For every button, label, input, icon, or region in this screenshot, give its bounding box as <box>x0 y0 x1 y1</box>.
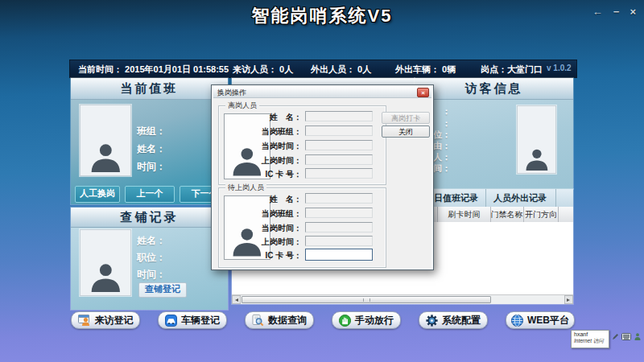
person-silhouette-icon <box>523 148 551 171</box>
patrol-record-title: 查铺记录 <box>71 208 228 228</box>
patrol-register-button[interactable]: 查铺登记 <box>138 282 187 298</box>
dialog-titlebar[interactable]: 换岗操作 <box>213 87 431 98</box>
visitor-info-panel: 访客信息 ： ： 单位： 事由： 人： 时间： <box>415 78 573 189</box>
pen-icon[interactable] <box>612 333 618 340</box>
person-silhouette-icon <box>88 142 124 172</box>
toolbar-button-label: 来访登记 <box>95 314 134 327</box>
language-bar <box>612 333 644 340</box>
system-config-button[interactable]: 系统配置 <box>419 311 488 329</box>
column-header-direction: 开门方向 <box>524 207 559 222</box>
duty-field-label: 时间： <box>137 160 166 174</box>
manual-shift-button[interactable]: 人工换岗 <box>75 186 120 203</box>
ic-card-field[interactable] <box>305 168 373 179</box>
current-time: 当前时间： 2015年01月01日 01:58:55 <box>78 64 229 76</box>
web-platform-button[interactable]: WEB平台 <box>506 311 575 329</box>
window-controls: ← − × <box>592 6 636 18</box>
dialog-title: 换岗操作 <box>217 88 246 97</box>
patrol-photo-placeholder <box>80 229 131 296</box>
post-name: 岗点：大堂门口 <box>481 64 543 76</box>
close-icon[interactable]: × <box>630 6 636 18</box>
field-label-shift-team: 当岗班组： <box>219 208 302 220</box>
out-vehicle-count: 外出车辆： 0辆 <box>395 64 456 76</box>
field-label-start-time: 上岗时间： <box>219 155 302 167</box>
network-tooltip: hxanf Internet 访问 <box>571 330 609 348</box>
field-label-name: 姓 名： <box>219 194 302 205</box>
column-header-door-name: 门禁名称 <box>490 207 524 222</box>
visitor-field-label: ： <box>442 117 451 130</box>
field-label-name: 姓 名： <box>219 112 302 123</box>
visitor-register-button[interactable]: 来访登记 <box>71 311 140 329</box>
keyboard-icon[interactable] <box>621 333 631 340</box>
patrol-field-label: 职位： <box>137 251 166 265</box>
scroll-left-arrow[interactable] <box>232 295 241 304</box>
page-title: 智能岗哨系统V5 <box>0 4 644 28</box>
patrol-record-panel: 查铺记录 姓名： 职位： 时间： 查铺登记 <box>71 208 228 310</box>
toolbar-button-label: 数据查询 <box>268 314 307 327</box>
field-label-duty-time: 当岗时间： <box>219 223 302 234</box>
current-duty-title: 当前值班 <box>71 78 228 100</box>
visitor-register-icon <box>78 315 91 326</box>
leaving-group-title: 离岗人员 <box>225 101 259 110</box>
toolbar-button-label: 系统配置 <box>442 314 481 327</box>
dialog-close-button[interactable]: × <box>417 88 429 97</box>
network-status: Internet 访问 <box>574 338 606 344</box>
duty-time-field[interactable] <box>305 222 373 232</box>
visitor-info-title: 访客信息 <box>415 78 573 100</box>
toolbar-button-label: 手动放行 <box>355 314 394 327</box>
field-label-ic-card: IC 卡 号： <box>219 250 302 261</box>
duty-time-field[interactable] <box>305 140 373 150</box>
incoming-personnel-group: 待上岗人员 姓 名： 当岗班组： 当岗时间： 上岗时间： IC 卡 号： <box>218 187 386 268</box>
visitor-photo-placeholder <box>517 105 556 174</box>
current-duty-panel: 当前值班 班组： 姓名： 时间： 人工换岗 上一个 下一个 <box>71 78 228 204</box>
person-icon[interactable] <box>634 333 641 340</box>
duty-field-label: 姓名： <box>137 142 166 156</box>
field-label-duty-time: 当岗时间： <box>219 141 302 152</box>
incoming-group-title: 待上岗人员 <box>225 183 266 192</box>
duty-field-label: 班组： <box>137 125 166 138</box>
tab-outing-records[interactable]: 人员外出记录 <box>485 189 556 207</box>
clock-out-button[interactable]: 离岗打卡 <box>382 112 430 124</box>
data-query-button[interactable]: 数据查询 <box>245 311 314 329</box>
duty-photo-placeholder <box>80 105 131 176</box>
shift-team-field[interactable] <box>305 208 373 218</box>
vehicle-register-button[interactable]: 车辆登记 <box>158 311 227 329</box>
toolbar-button-label: WEB平台 <box>527 314 569 327</box>
scrollbar-thumb[interactable] <box>242 296 491 303</box>
start-time-field[interactable] <box>305 154 373 165</box>
out-people-count: 外出人员： 0人 <box>311 64 371 76</box>
shift-team-field[interactable] <box>305 125 373 136</box>
manual-release-button[interactable]: 手动放行 <box>332 311 401 329</box>
name-field[interactable] <box>305 111 373 121</box>
system-config-icon <box>426 315 438 327</box>
minimize-icon[interactable]: − <box>613 6 620 18</box>
status-bar: 当前时间： 2015年01月01日 01:58:55 来访人员： 0人 外出人员… <box>69 60 577 78</box>
visitor-count: 来访人员： 0人 <box>233 64 293 76</box>
shift-change-dialog: 换岗操作 × 离岗人员 姓 名： 当岗班组： 当岗时间： 上岗时间： IC 卡 … <box>211 84 434 270</box>
field-label-start-time: 上岗时间： <box>219 237 302 248</box>
back-icon[interactable]: ← <box>592 6 603 18</box>
leaving-personnel-group: 离岗人员 姓 名： 当岗班组： 当岗时间： 上岗时间： IC 卡 号： <box>218 105 386 185</box>
previous-button[interactable]: 上一个 <box>125 186 175 203</box>
data-query-icon <box>252 315 264 327</box>
patrol-field-label: 姓名： <box>137 234 166 248</box>
scroll-right-arrow[interactable] <box>564 295 573 304</box>
version-label: v 1.0.2 <box>547 64 572 72</box>
patrol-field-label: 时间： <box>137 268 166 282</box>
toolbar-button-label: 车辆登记 <box>181 314 220 327</box>
web-platform-icon <box>511 315 523 327</box>
dialog-close-action-button[interactable]: 关闭 <box>382 125 430 138</box>
field-label-ic-card: IC 卡 号： <box>219 169 302 180</box>
visitor-field-label: ： <box>442 105 451 117</box>
manual-release-icon <box>339 315 351 327</box>
horizontal-scrollbar[interactable] <box>232 294 573 304</box>
app-window: 智能岗哨系统V5 ← − × 当前时间： 2015年01月01日 01:58:5… <box>0 0 644 362</box>
visitor-field-label: 人： <box>433 151 451 163</box>
person-silhouette-icon <box>88 262 124 292</box>
ic-card-input[interactable] <box>305 249 373 261</box>
name-field[interactable] <box>305 193 373 204</box>
network-name: hxanf <box>574 331 606 338</box>
vehicle-register-icon <box>165 315 177 327</box>
field-label-shift-team: 当岗班组： <box>219 126 302 138</box>
start-time-field[interactable] <box>305 236 373 246</box>
column-header-swipe-time: 刷卡时间 <box>437 207 491 222</box>
